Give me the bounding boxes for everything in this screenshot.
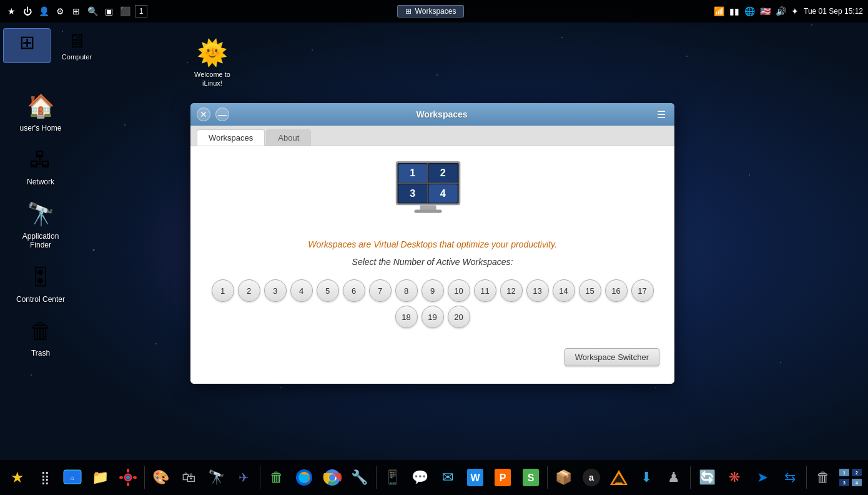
- workspace-num-18[interactable]: 18: [395, 306, 418, 328]
- workspace-num-2[interactable]: 2: [238, 279, 260, 302]
- taskbar-app-viber[interactable]: 📱: [380, 463, 405, 492]
- taskbar-app-skype[interactable]: 💬: [408, 463, 433, 492]
- taskbar-app-appmenu[interactable]: ⣿: [32, 463, 57, 492]
- window-icon[interactable]: ▣: [102, 5, 115, 18]
- workspace-num-5[interactable]: 5: [317, 279, 339, 302]
- power-icon[interactable]: ⏻: [21, 5, 34, 18]
- workspace-num-7[interactable]: 7: [369, 279, 392, 302]
- workspace-switcher-label: Workspace Switcher: [575, 352, 649, 362]
- taskbar-app-steam[interactable]: ♟: [661, 463, 686, 492]
- desktop-icon-network[interactable]: 🖧 Network: [6, 141, 75, 190]
- taskbar-app-trashgreen[interactable]: 🗑: [264, 463, 289, 492]
- monitor-svg: 1 2 3 4: [392, 161, 464, 218]
- taskbar-app-palette[interactable]: 🎨: [149, 463, 174, 492]
- workspace-num-12[interactable]: 12: [500, 279, 523, 302]
- tab-workspaces[interactable]: Workspaces: [197, 129, 265, 146]
- dialog-close-button[interactable]: ✕: [197, 108, 210, 121]
- taskbar-app-settings[interactable]: [116, 463, 141, 492]
- taskbar-app-finder[interactable]: ⌂: [60, 463, 85, 492]
- search-icon[interactable]: 🔍: [86, 5, 99, 18]
- home-icon: 🏠: [26, 91, 56, 121]
- svg-text:3: 3: [410, 188, 415, 199]
- dialog-content: 1 2 3 4 Workspaces are Virtual Desktops …: [190, 146, 674, 384]
- taskbar-app-teamviewer[interactable]: ➤: [749, 463, 774, 492]
- dialog-minimize-button[interactable]: —: [215, 108, 229, 121]
- taskbar-divider-6: [806, 466, 807, 489]
- tab-workspaces-label: Workspaces: [209, 133, 253, 142]
- taskbar-right: 📶 ▮▮ 🌐 🇺🇸 🔊 ✦ Tue 01 Sep 15:12: [714, 6, 863, 16]
- workspace-switcher-button[interactable]: Workspace Switcher: [565, 348, 659, 366]
- taskbar-app-wps-p[interactable]: P: [490, 463, 515, 492]
- workspace-num-11[interactable]: 11: [474, 279, 496, 302]
- taskbar-app-trash[interactable]: 🗑: [811, 463, 836, 492]
- taskbar-divider-5: [690, 466, 691, 489]
- taskbar-app-star[interactable]: ★: [5, 463, 30, 492]
- workspace-num-14[interactable]: 14: [553, 279, 575, 302]
- taskbar-app-anydesk[interactable]: ❋: [722, 463, 747, 492]
- tab-about[interactable]: About: [266, 129, 311, 146]
- workspace-num-3[interactable]: 3: [264, 279, 287, 302]
- tools-icon[interactable]: ⚙: [54, 5, 66, 18]
- workspace-num-6[interactable]: 6: [343, 279, 365, 302]
- desktop-icon-trash[interactable]: 🗑 Trash: [6, 312, 75, 361]
- taskbar-app-backup[interactable]: 🔄: [694, 463, 719, 492]
- welcome-icon: 🌞: [197, 38, 228, 68]
- star-icon[interactable]: ★: [5, 5, 17, 18]
- desktop-icon-welcome[interactable]: 🌞 Welcome toiLinux!: [184, 34, 240, 92]
- workspace-num-17[interactable]: 17: [631, 279, 654, 302]
- workspace-num-16[interactable]: 16: [605, 279, 628, 302]
- users-icon[interactable]: 👤: [37, 5, 50, 18]
- control-center-label: Control Center: [16, 295, 65, 304]
- taskbar-app-scrubber[interactable]: 🔧: [347, 463, 372, 492]
- taskbar-divider-3: [376, 466, 377, 489]
- taskbar-app-firefox[interactable]: [292, 463, 317, 492]
- workspace-number[interactable]: 1: [135, 5, 147, 18]
- screen-icon[interactable]: ⬛: [119, 5, 131, 18]
- network-label: Network: [27, 178, 54, 186]
- window-button[interactable]: ⊞ Workspaces: [397, 5, 465, 18]
- grid-icon[interactable]: ⊞: [70, 5, 82, 18]
- taskbar-app-appstore[interactable]: 🛍: [176, 463, 201, 492]
- taskbar-app-wps-s[interactable]: S: [518, 463, 543, 492]
- workspace-num-10[interactable]: 10: [448, 279, 470, 302]
- dialog-select-label: Select the Number of Active Workspaces:: [352, 257, 513, 267]
- taskbar-app-rocketmail[interactable]: ✈: [231, 463, 256, 492]
- workspace-num-1[interactable]: 1: [212, 279, 234, 302]
- desktop-icon-home[interactable]: 🏠 user's Home: [6, 88, 75, 136]
- svg-text:⌂: ⌂: [71, 474, 74, 481]
- desktop-icon-app-finder[interactable]: 🔭 ApplicationFinder: [6, 196, 75, 254]
- network-icon-desktop: 🖧: [26, 145, 56, 175]
- workspace-monitor-graphic: 1 2 3 4: [392, 161, 473, 227]
- taskbar-app-binoculars[interactable]: 🔭: [204, 463, 229, 492]
- taskbar-app-word[interactable]: W: [463, 463, 488, 492]
- control-center-icon: 🎛: [26, 262, 56, 292]
- dialog-menu-button[interactable]: ☰: [654, 108, 668, 121]
- workspace-num-9[interactable]: 9: [422, 279, 444, 302]
- workspace-num-13[interactable]: 13: [526, 279, 549, 302]
- workspace-num-19[interactable]: 19: [422, 306, 444, 328]
- taskbar-app-migrate[interactable]: 📦: [551, 463, 576, 492]
- workspace-num-8[interactable]: 8: [395, 279, 418, 302]
- trash-label: Trash: [31, 349, 50, 358]
- taskbar-app-teamviewer2[interactable]: ⇆: [777, 463, 802, 492]
- taskbar-app-mail[interactable]: ✉: [435, 463, 460, 492]
- taskbar-divider-2: [260, 466, 260, 489]
- taskbar-app-anote[interactable]: a: [579, 463, 604, 492]
- taskbar-app-filemanager[interactable]: 📁: [87, 463, 112, 492]
- taskbar-app-vlc[interactable]: [606, 463, 631, 492]
- svg-text:4: 4: [440, 188, 445, 199]
- taskbar-app-workspaces[interactable]: 1 2 3 4: [838, 463, 863, 492]
- welcome-label: Welcome toiLinux!: [194, 70, 230, 88]
- workspace-number-buttons: 1 2 3 4 5 6 7 8 9 10 11 12 13 14 15 16 1…: [205, 279, 659, 328]
- taskbar-app-qbittorrent[interactable]: ⬇: [634, 463, 659, 492]
- workspace-num-4[interactable]: 4: [290, 279, 313, 302]
- svg-text:3: 3: [843, 481, 846, 485]
- workspace-num-15[interactable]: 15: [579, 279, 601, 302]
- taskbar-left-icons: ★ ⏻ 👤 ⚙ ⊞ 🔍 ▣ ⬛ 1: [5, 5, 147, 18]
- bluetooth-icon: ✦: [791, 6, 799, 16]
- desktop-icon-control-center[interactable]: 🎛 Control Center: [6, 259, 75, 308]
- taskbar-app-chrome[interactable]: [319, 463, 344, 492]
- svg-rect-22: [133, 476, 137, 479]
- flag-icon: 🇺🇸: [760, 6, 771, 16]
- workspace-num-20[interactable]: 20: [448, 306, 470, 328]
